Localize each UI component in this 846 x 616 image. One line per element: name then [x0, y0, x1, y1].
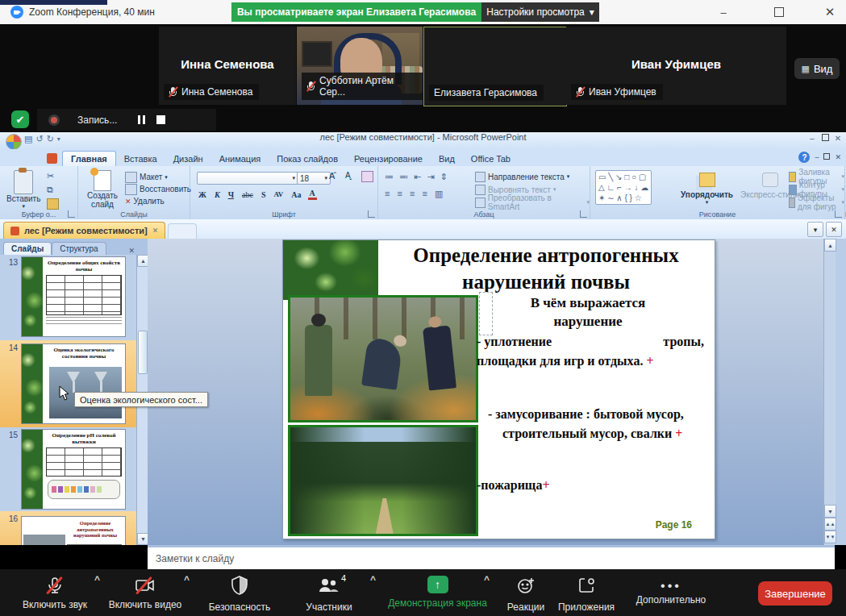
tab-close-button[interactable]: ✕ [826, 222, 842, 237]
smartart-button[interactable]: Преобразовать в SmartArt▾ [475, 196, 590, 209]
shrink-font-button[interactable]: А̬ [345, 171, 351, 180]
qat-dropdown[interactable]: ▾ [57, 135, 60, 143]
font-name-combo[interactable]: ▾ [197, 172, 298, 185]
document-tab-close-icon[interactable]: ✕ [152, 227, 159, 235]
clipboard-dialog-launcher[interactable] [68, 210, 75, 218]
tab-office-tab[interactable]: Office Tab [463, 152, 519, 166]
arrange-icon [699, 173, 715, 187]
end-meeting-button[interactable]: Завершение [758, 581, 832, 606]
paste-button[interactable]: Вставить ▾ [6, 170, 40, 210]
slide-thumb-15[interactable]: 15 Определение pH солевой вытяжки [0, 427, 136, 511]
previous-slide-button[interactable]: ▲▲ [824, 518, 836, 531]
cut-button[interactable]: ✂ [47, 171, 59, 181]
doc-minimize-button[interactable]: – [815, 153, 819, 161]
reactions-button[interactable]: Реакции [500, 576, 552, 613]
underline-button[interactable]: Ч [227, 190, 235, 199]
document-tab-les[interactable]: лес [Режим совместимости] ✕ [3, 222, 165, 239]
italic-button[interactable]: К [213, 190, 222, 199]
view-layout-button[interactable]: ▦ Вид [794, 58, 840, 79]
arrange-button[interactable]: Упорядочить ▾ [681, 173, 733, 206]
change-case-button[interactable]: Aa [290, 190, 302, 199]
doc-close-button[interactable]: ✕ [835, 153, 841, 161]
share-screen-button[interactable]: ↑ Демонстрация экрана [379, 576, 496, 609]
audio-options-chevron[interactable]: ^ [94, 574, 100, 585]
stop-recording-button[interactable] [156, 115, 165, 124]
start-video-button[interactable]: Включить видео [105, 576, 185, 610]
window-close-button[interactable]: ✕ [818, 5, 842, 19]
text-direction-button[interactable]: Направление текста▾ [475, 170, 590, 183]
pause-recording-button[interactable] [138, 115, 145, 124]
security-button[interactable]: Безопасность [203, 576, 276, 613]
video-options-chevron[interactable]: ^ [184, 574, 190, 585]
font-size-combo[interactable]: 18▾ [297, 172, 331, 185]
tab-outline[interactable]: Структура [52, 242, 106, 255]
tab-home[interactable]: Главная [62, 151, 116, 166]
meeting-secure-shield-icon[interactable]: ✔ [11, 110, 29, 128]
notes-pane[interactable]: Заметки к слайду [148, 545, 835, 572]
office-menu-icon[interactable] [47, 153, 57, 164]
scroll-up-icon[interactable]: ▲ [824, 239, 836, 252]
undo-button[interactable]: ↺ [35, 134, 43, 144]
clear-formatting-button[interactable] [361, 171, 373, 182]
bold-button[interactable]: Ж [197, 190, 208, 199]
next-slide-button[interactable]: ▼▼ [824, 531, 836, 543]
doc-restore-button[interactable] [823, 153, 830, 161]
share-options-chevron[interactable]: ^ [484, 574, 490, 585]
tab-insert[interactable]: Вставка [116, 152, 165, 166]
shapes-gallery[interactable]: ▭ ╲ ↘ □ ○ ▢ △ ∟ ⌐ → ↓ ☁ ✶ ∼ ∧ { } ☆ [595, 170, 652, 205]
reset-button[interactable]: Восстановить [125, 183, 191, 195]
bullets-numbering-icons[interactable]: ≔ ≕ ⇤ ⇥ ⇕ [385, 172, 449, 182]
participant-tile-subbotin[interactable]: Субботин Артём Сер... [297, 27, 423, 105]
new-slide-button[interactable]: Создать слайд [83, 170, 122, 209]
character-spacing-button[interactable]: AV [272, 190, 285, 198]
unmute-button[interactable]: Включить звук [18, 576, 92, 610]
format-painter-button[interactable] [47, 198, 59, 210]
font-color-button[interactable]: А [308, 189, 317, 200]
participant-tile-inna[interactable]: Инна Семенова Инна Семенова [159, 27, 296, 105]
participants-button[interactable]: 4 Участники [293, 576, 365, 613]
tab-review[interactable]: Рецензирование [346, 152, 431, 166]
paragraph-dialog-launcher[interactable] [580, 210, 587, 218]
window-minimize-button[interactable]: – [711, 5, 736, 19]
current-slide[interactable]: Определение антропогенных нарушений почв… [282, 239, 715, 539]
alignment-icons[interactable]: ≡ ≡ ≡ ≡ ▥ [385, 189, 445, 199]
participant-tile-elizaveta[interactable]: Елизавета Герасимова [423, 27, 567, 106]
slide-thumb-16[interactable]: 16 Определение антропогенных нарушений п… [0, 511, 136, 545]
tab-design[interactable]: Дизайн [165, 152, 211, 166]
strikethrough-button[interactable]: abc [240, 190, 255, 199]
participants-options-chevron[interactable]: ^ [370, 574, 376, 585]
tab-animation[interactable]: Анимация [211, 152, 269, 166]
shadow-button[interactable]: S [260, 190, 268, 199]
office-button[interactable] [6, 134, 22, 150]
view-settings-button[interactable]: Настройки просмотра ▾ [481, 2, 599, 22]
slide-scrollbar[interactable]: ▲ ▼ ▲▲ ▼▼ [823, 239, 836, 545]
layout-button[interactable]: Макет▾ [125, 171, 191, 183]
paste-icon [14, 170, 33, 194]
tab-slides[interactable]: Слайды [3, 242, 52, 255]
scroll-down-icon[interactable]: ▼ [824, 505, 836, 518]
ppt-close-button[interactable]: ✕ [831, 134, 845, 143]
grow-font-button[interactable]: А̂ [329, 171, 335, 181]
participant-tile-ivan[interactable]: Иван Уфимцев Иван Уфимцев [566, 27, 786, 105]
shape-effects-button[interactable]: Эффекты для фигур▾ [789, 196, 844, 209]
tab-list-dropdown-button[interactable]: ▾ [807, 222, 823, 237]
slide-number: 16 [3, 514, 18, 523]
scrollbar-thumb[interactable] [138, 331, 148, 374]
delete-slide-button[interactable]: ✕Удалить [125, 195, 191, 207]
slide-thumb-14-selected[interactable]: 14 Оценка экологического состояния почвы [0, 340, 136, 427]
help-icon[interactable]: ? [798, 152, 810, 163]
slide-thumb-13[interactable]: 13 Определение общих свойств почвы [0, 255, 136, 340]
panel-close-icon[interactable]: ✕ [128, 247, 135, 255]
window-maximize-button[interactable] [767, 5, 791, 19]
save-button[interactable]: ▤ [24, 134, 32, 144]
slide-title: Определение антропогенных нарушений почв… [378, 242, 714, 295]
more-button[interactable]: ••• Дополнительно [629, 576, 713, 606]
drawing-dialog-launcher[interactable] [835, 210, 842, 218]
tab-slideshow[interactable]: Показ слайдов [269, 152, 346, 166]
font-dialog-launcher[interactable] [368, 210, 375, 218]
slide-number: 13 [3, 258, 18, 267]
redo-button[interactable]: ↻ [47, 134, 54, 144]
tab-view[interactable]: Вид [431, 152, 463, 166]
apps-button[interactable]: Приложения [550, 576, 623, 613]
copy-button[interactable]: ⧉ [47, 185, 59, 195]
